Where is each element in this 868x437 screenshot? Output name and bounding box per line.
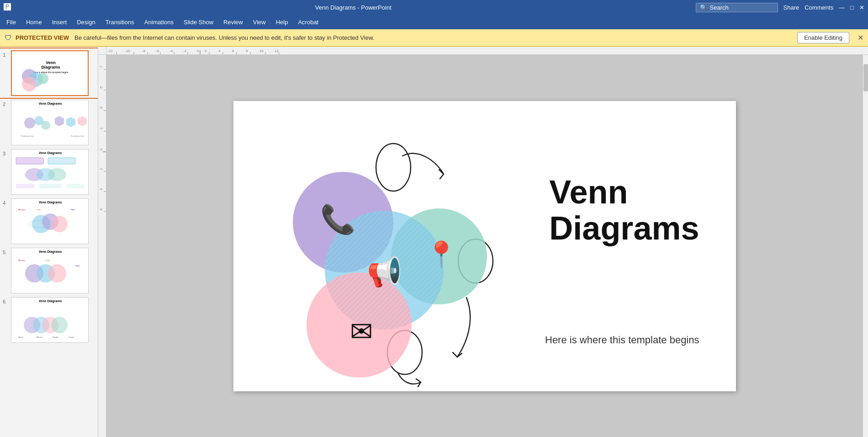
svg-text:Action: Action xyxy=(18,336,23,338)
svg-text:-10: -10 xyxy=(125,49,130,53)
slide-thumb-3: Venn Diagrams xyxy=(11,149,89,195)
svg-text:0: 0 xyxy=(197,49,199,53)
svg-text:10: 10 xyxy=(259,49,264,53)
svg-text:📍: 📍 xyxy=(425,240,457,270)
slide-item-1[interactable]: 1 Venn Diagrams Here is where this templ… xyxy=(0,48,98,98)
slide-number-3: 3 xyxy=(3,151,8,156)
menu-animations[interactable]: Animations xyxy=(140,17,178,27)
svg-text:Results: Results xyxy=(53,336,58,338)
menu-transitions[interactable]: Transitions xyxy=(101,17,139,27)
slide-number-5: 5 xyxy=(3,250,8,255)
svg-text:Mission: Mission xyxy=(37,336,43,338)
ruler-row: -12 -10 -8 -6 -4 -2 0 2 4 6 8 10 12 xyxy=(98,47,868,55)
svg-text:📞: 📞 xyxy=(320,203,355,236)
svg-text:Venn Diagrams: Venn Diagrams xyxy=(39,151,62,155)
protected-message: Be careful—files from the Internet can c… xyxy=(74,34,374,41)
menu-slideshow[interactable]: Slide Show xyxy=(179,17,218,27)
slide-main-title: Venn Diagrams xyxy=(549,174,699,246)
svg-text:-5: -5 xyxy=(99,86,103,90)
svg-text:-1: -1 xyxy=(99,127,103,131)
menu-review[interactable]: Review xyxy=(219,17,248,27)
protected-view-bar: 🛡 PROTECTED VIEW Be careful—files from t… xyxy=(0,29,868,47)
svg-text:Venn Diagrams: Venn Diagrams xyxy=(39,102,62,106)
svg-text:To add your text: To add your text xyxy=(21,135,34,137)
svg-text:Trophy: Trophy xyxy=(69,336,74,338)
scrollbar-thumb[interactable] xyxy=(863,64,868,91)
svg-text:4: 4 xyxy=(99,188,103,190)
slide-panel[interactable]: 1 Venn Diagrams Here is where this templ… xyxy=(0,47,98,437)
menu-home[interactable]: Home xyxy=(21,17,47,27)
slide-workspace: -7 -5 -3 -1 0 2 4 6 xyxy=(98,55,868,437)
comments-button[interactable]: Comments xyxy=(804,4,833,11)
slide-item-6[interactable]: 6 Venn Diagrams Action Mission Results T… xyxy=(0,295,98,345)
search-label: Search xyxy=(710,4,729,11)
svg-text:✉: ✉ xyxy=(350,316,373,347)
ruler-vertical: -7 -5 -3 -1 0 2 4 6 xyxy=(98,55,106,437)
svg-text:0: 0 xyxy=(99,148,103,150)
svg-text:6: 6 xyxy=(99,208,103,210)
slide-number-4: 4 xyxy=(3,200,8,206)
menu-insert[interactable]: Insert xyxy=(48,17,72,27)
slide-number-1: 1 xyxy=(3,52,8,58)
file-name: Venn Diagrams - PowerPoint xyxy=(11,4,696,11)
enable-editing-button[interactable]: Enable Editing xyxy=(797,32,849,43)
search-icon: 🔍 xyxy=(700,4,707,11)
slide-container[interactable]: 📞 📢 📍 ✉ Venn Diagrams Here xyxy=(106,55,863,437)
menu-file[interactable]: File xyxy=(2,17,21,27)
svg-rect-26 xyxy=(39,184,62,188)
svg-text:6: 6 xyxy=(232,49,234,53)
svg-point-24 xyxy=(48,168,66,181)
close-protected-bar-button[interactable]: ✕ xyxy=(857,33,863,42)
slide-item-3[interactable]: 3 Venn Diagrams xyxy=(0,147,98,197)
svg-text:Mercury: Mercury xyxy=(18,259,25,261)
svg-text:Venn Diagrams: Venn Diagrams xyxy=(39,250,62,254)
menu-bar: File Home Insert Design Transitions Anim… xyxy=(0,15,868,29)
svg-text:2: 2 xyxy=(205,49,207,53)
venn-diagram-svg: 📞 📢 📍 ✉ xyxy=(256,128,521,389)
svg-text:Pluto: Pluto xyxy=(75,265,80,267)
svg-text:-12: -12 xyxy=(107,49,113,53)
menu-help[interactable]: Help xyxy=(271,17,293,27)
canvas-area: -12 -10 -8 -6 -4 -2 0 2 4 6 8 10 12 xyxy=(98,47,868,437)
svg-point-32 xyxy=(51,216,68,232)
svg-point-41 xyxy=(48,264,66,282)
svg-text:-7: -7 xyxy=(99,65,103,69)
svg-text:-6: -6 xyxy=(156,49,159,53)
svg-text:-8: -8 xyxy=(142,49,146,53)
menu-view[interactable]: View xyxy=(249,17,270,27)
slide-thumb-6: Venn Diagrams Action Mission Results Tro… xyxy=(11,297,89,343)
svg-rect-25 xyxy=(16,184,34,188)
svg-point-50 xyxy=(51,317,68,333)
svg-text:12: 12 xyxy=(275,49,279,53)
slide-item-5[interactable]: 5 Venn Diagrams Mercury Earth Pluto xyxy=(0,246,98,295)
menu-design[interactable]: Design xyxy=(72,17,100,27)
slide-item-2[interactable]: 2 Venn Diagrams To add your text To add … xyxy=(0,98,98,147)
protected-label: PROTECTED VIEW xyxy=(16,34,69,41)
svg-rect-8 xyxy=(11,100,89,145)
title-bar-left: 🅿 xyxy=(4,3,11,11)
svg-text:-2: -2 xyxy=(183,49,187,53)
svg-rect-55 xyxy=(106,47,868,55)
app-logo: 🅿 xyxy=(4,3,11,11)
share-button[interactable]: Share xyxy=(783,4,799,11)
svg-text:Mercury: Mercury xyxy=(18,208,25,211)
search-bar[interactable]: 🔍 Search xyxy=(696,3,778,12)
svg-text:To add your text: To add your text xyxy=(71,135,84,137)
main-layout: 1 Venn Diagrams Here is where this templ… xyxy=(0,47,868,437)
vertical-scrollbar[interactable] xyxy=(863,55,868,437)
svg-text:8: 8 xyxy=(246,49,248,53)
svg-text:-4: -4 xyxy=(169,49,173,53)
title-bar-right: 🔍 Search Share Comments — □ ✕ xyxy=(696,3,864,12)
slide-subtitle: Here is where this template begins xyxy=(545,334,699,346)
slide-item-4[interactable]: 4 Venn Diagrams Mercury Earth Pluto xyxy=(0,197,98,246)
minimize-button[interactable]: — xyxy=(839,4,845,11)
svg-text:2: 2 xyxy=(99,168,103,170)
close-button[interactable]: ✕ xyxy=(859,4,864,11)
svg-point-10 xyxy=(24,117,35,128)
svg-text:4: 4 xyxy=(218,49,221,53)
svg-point-6 xyxy=(22,77,37,91)
menu-acrobat[interactable]: Acrobat xyxy=(293,17,323,27)
restore-button[interactable]: □ xyxy=(850,4,854,11)
slide-thumb-1: Venn Diagrams Here is where this templat… xyxy=(11,50,89,96)
slide-thumb-4: Venn Diagrams Mercury Earth Pluto xyxy=(11,198,89,244)
